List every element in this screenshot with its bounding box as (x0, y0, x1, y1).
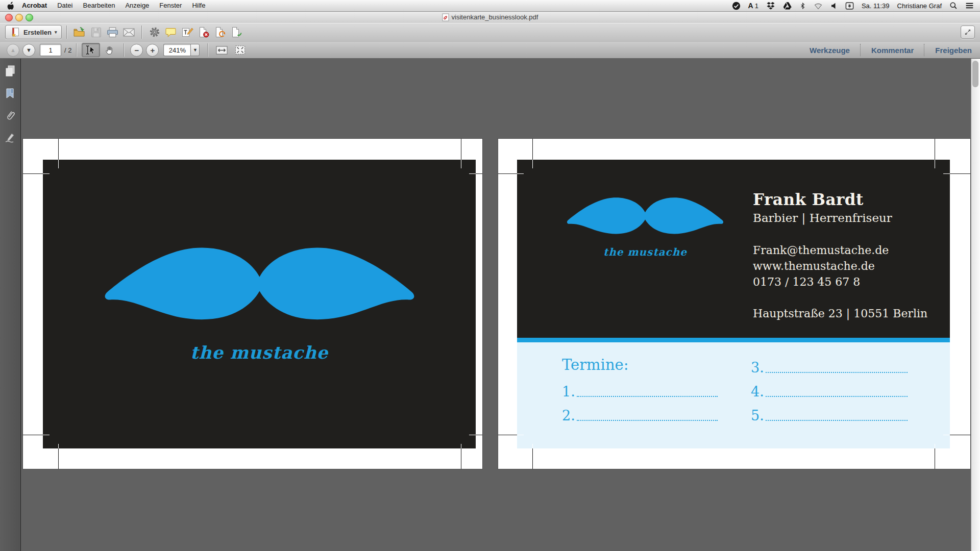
menu-bar: Acrobat Datei Bearbeiten Anzeige Fenster… (0, 0, 980, 12)
vertical-scrollbar[interactable] (971, 59, 980, 551)
crop-mark (58, 160, 59, 168)
crop-mark (517, 173, 524, 174)
crop-mark (58, 139, 59, 160)
crop-mark (43, 435, 50, 435)
status-check-icon[interactable] (732, 2, 741, 10)
next-page-button[interactable]: ▼ (22, 44, 35, 57)
appointment-number: 2. (562, 407, 575, 424)
creative-cloud-icon[interactable]: A 1 (748, 2, 758, 10)
open-file-button[interactable] (71, 24, 88, 40)
minus-icon: − (135, 46, 139, 54)
appointment-dotted-line (577, 420, 718, 421)
contact-name: Frank Bardt (753, 190, 927, 209)
mustache-logo (102, 242, 417, 336)
freigeben-button[interactable]: Freigeben (925, 46, 975, 55)
zoom-level-select[interactable]: 241% ▼ (163, 44, 200, 56)
contact-role: Barbier | Herrenfriseur (753, 210, 927, 226)
adobe-a-glyph: A (748, 2, 753, 10)
werkzeuge-button[interactable]: Werkzeuge (799, 46, 860, 55)
crop-mark (532, 160, 533, 168)
crop-mark (532, 444, 533, 448)
crop-mark (23, 435, 43, 435)
convert-page-button[interactable] (212, 24, 228, 40)
volume-icon[interactable] (830, 2, 838, 10)
create-pdf-icon (10, 27, 20, 37)
appointment-dotted-line (577, 396, 718, 397)
page-count-label: / 2 (64, 46, 71, 54)
spotlight-icon[interactable] (949, 2, 958, 10)
signatures-panel-button[interactable] (4, 132, 16, 147)
brand-script-back: the mustache (589, 246, 701, 258)
scrollbar-thumb[interactable] (972, 61, 978, 87)
menu-user[interactable]: Christiane Graf (897, 2, 942, 10)
zoom-in-button[interactable]: + (146, 44, 159, 57)
crop-mark (476, 435, 482, 435)
print-button[interactable] (104, 24, 120, 40)
menu-fenster[interactable]: Fenster (154, 0, 187, 11)
appointment-row: 4. (751, 380, 908, 400)
save-file-button[interactable] (88, 24, 104, 40)
main-toolbar: Erstellen ▾ (0, 23, 980, 41)
zoom-out-button[interactable]: − (130, 44, 143, 57)
email-button[interactable] (120, 24, 137, 40)
menu-bearbeiten[interactable]: Bearbeiten (78, 0, 120, 11)
hand-tool-icon (105, 45, 115, 56)
mustache-logo-small (566, 195, 725, 242)
appointment-number: 3. (751, 359, 764, 377)
menu-anzeige[interactable]: Anzeige (120, 0, 154, 11)
appointment-row: 1. (562, 380, 718, 400)
crop-mark (23, 173, 43, 174)
brand-script-front: the mustache (178, 342, 341, 363)
create-pdf-label: Erstellen (23, 29, 52, 36)
hand-tool-button[interactable] (101, 43, 118, 57)
appointments-label: Termine: (562, 356, 718, 377)
email-icon (123, 28, 135, 37)
bookmark-icon (4, 87, 16, 101)
appointment-dotted-line (766, 372, 908, 373)
sign-button[interactable] (179, 24, 195, 40)
crop-mark (935, 448, 935, 469)
business-card-front: the mustache (43, 160, 476, 448)
bookmarks-panel-button[interactable] (4, 87, 16, 103)
kommentar-button[interactable]: Kommentar (861, 46, 924, 55)
wifi-icon[interactable] (814, 2, 823, 10)
chevron-down-icon[interactable]: ▼ (190, 44, 200, 56)
delete-page-button[interactable] (195, 24, 212, 40)
navigation-pane (0, 59, 21, 551)
menu-acrobat[interactable]: Acrobat (17, 0, 52, 11)
previous-page-button[interactable]: ▲ (7, 44, 19, 57)
fit-width-button[interactable] (213, 43, 230, 57)
fit-page-button[interactable] (231, 43, 249, 57)
contact-website: www.themustache.de (753, 258, 927, 274)
input-source-icon[interactable] (845, 2, 854, 10)
appointment-dotted-line (766, 420, 908, 421)
toolbar-separator (124, 43, 124, 57)
toolbar-separator (66, 26, 67, 39)
toolbar-separator (76, 43, 77, 57)
menu-hilfe[interactable]: Hilfe (187, 0, 210, 11)
menu-datei[interactable]: Datei (52, 0, 78, 11)
attachments-panel-button[interactable] (4, 110, 16, 125)
page-number-input[interactable] (40, 44, 61, 56)
pages-panel-button[interactable] (4, 65, 16, 80)
crop-mark (461, 160, 461, 168)
apple-menu[interactable] (6, 2, 14, 10)
create-pdf-button[interactable]: Erstellen ▾ (5, 25, 62, 39)
menu-clock[interactable]: Sa. 11:39 (862, 2, 890, 10)
open-folder-icon (74, 27, 86, 38)
export-page-button[interactable] (228, 24, 244, 40)
dropbox-icon[interactable] (766, 2, 775, 10)
pages-icon (4, 65, 16, 78)
select-tool-button[interactable] (82, 43, 100, 57)
google-drive-icon[interactable] (783, 2, 792, 10)
apple-icon (6, 2, 14, 10)
settings-button[interactable] (146, 24, 163, 40)
notification-center-icon[interactable] (965, 2, 974, 9)
toolbar-separator (141, 26, 142, 39)
appointment-row: 3. (751, 356, 908, 377)
comment-button[interactable] (163, 24, 179, 40)
toolbar-expand-button[interactable] (961, 26, 975, 39)
window-title: visitenkarte_businesslook.pdf (452, 11, 538, 23)
pdf-file-icon (442, 13, 449, 21)
bluetooth-icon[interactable] (799, 2, 806, 10)
